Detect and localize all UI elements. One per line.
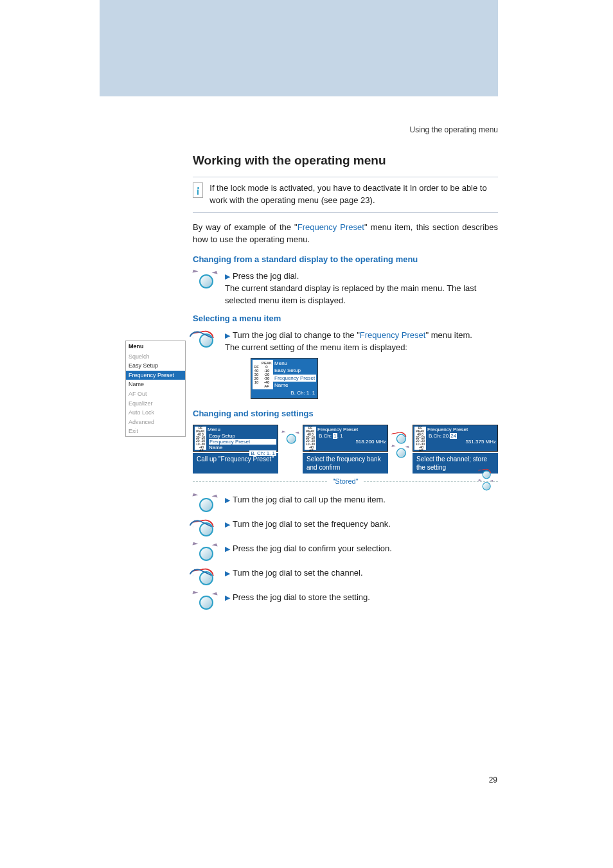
lcd-preview: RF40302010 PEAK0-10-20-30-40AF Menu Easy… <box>251 358 318 399</box>
jog-dial-turn-icon <box>193 518 217 536</box>
frequency-preset-link: Frequency Preset <box>298 222 364 232</box>
flow-card-2: RF PEAK40 030 -1020 -2010 -30 -40 AF Fre… <box>303 425 388 474</box>
sidebar-item: Name <box>126 380 185 389</box>
text: The current standard display is replaced… <box>225 283 476 305</box>
sidebar-item: AF Out <box>126 389 185 399</box>
jog-dial-turn-icon <box>392 432 409 445</box>
jog-dial-turn-icon <box>193 567 217 585</box>
jog-dial-turn-icon <box>479 468 493 479</box>
sidebar-item: Squelch <box>126 352 185 362</box>
sidebar-item: Exit <box>126 427 185 436</box>
sidebar-item-selected: Frequency Preset <box>126 371 185 380</box>
text: Turn the jog dial to change to the " <box>233 330 360 340</box>
flow-caption: Select the frequency bank and confirm <box>303 453 388 474</box>
step-text: ▶Press the jog dial to confirm your sele… <box>225 543 392 555</box>
running-head: Using the operating menu <box>193 125 498 134</box>
step-text: ▶Turn the jog dial to call up the menu i… <box>225 494 386 506</box>
jog-dial-press-icon <box>193 270 217 288</box>
text: " menu item. <box>425 330 472 340</box>
step-text: ▶Press the jog dial to store the setting… <box>225 592 370 604</box>
bullet-icon: ▶ <box>225 569 230 577</box>
jog-dial-press-icon <box>193 494 217 512</box>
step-text: ▶Turn the jog dial to set the channel. <box>225 567 363 580</box>
jog-dial-turn-icon <box>193 330 217 348</box>
subheading: Selecting a menu item <box>193 314 498 323</box>
step-text: ▶Press the jog dial. The current standar… <box>225 270 498 307</box>
info-text: If the lock mode is activated, you have … <box>209 182 498 207</box>
subheading: Changing and storing settings <box>193 409 498 418</box>
sidebar-item: Equalizer <box>126 399 185 409</box>
text: Press the jog dial. <box>233 271 299 281</box>
step-text: ▶Turn the jog dial to set the frequency … <box>225 518 391 531</box>
text: By way of example of the " <box>193 222 298 232</box>
flow-arrow <box>392 429 409 461</box>
text: The current setting of the menu item is … <box>225 342 407 352</box>
lcd-line: Name <box>273 382 316 389</box>
jog-dial-press-icon <box>193 592 217 610</box>
stored-label: "Stored" <box>327 477 363 485</box>
sidebar-title: Menu <box>126 341 185 352</box>
flow-diagram: RF PEAK40 030 -1020 -2010 -30 -40 AF Men… <box>193 425 498 474</box>
frequency-preset-link: Frequency Preset <box>360 330 426 340</box>
lcd: RF PEAK40 030 -1020 -2010 -30 -40 AF Fre… <box>413 425 498 452</box>
sidebar-item: Advanced <box>126 418 185 427</box>
lcd-title: Menu <box>273 360 316 368</box>
info-box: If the lock mode is activated, you have … <box>193 177 498 213</box>
step-text: ▶Turn the jog dial to change to the "Fre… <box>225 330 498 403</box>
jog-dial-press-icon <box>392 446 409 459</box>
flow-arrow <box>282 429 299 447</box>
header-band <box>100 0 498 96</box>
bullet-icon: ▶ <box>225 496 230 504</box>
jog-dial-press-icon <box>193 543 217 561</box>
bullet-icon: ▶ <box>225 594 230 601</box>
lcd-line: Easy Setup <box>273 367 316 375</box>
sidebar-item: Auto Lock <box>126 408 185 418</box>
intro-paragraph: By way of example of the "Frequency Pres… <box>193 222 498 246</box>
lcd: RF PEAK40 030 -1020 -2010 -30 -40 AF Fre… <box>303 425 388 452</box>
flow-card-1: RF PEAK40 030 -1020 -2010 -30 -40 AF Men… <box>193 425 278 474</box>
bullet-icon: ▶ <box>225 545 230 553</box>
stored-feedback-row: "Stored" <box>193 477 498 485</box>
sidebar-item: Easy Setup <box>126 361 185 371</box>
bullet-icon: ▶ <box>225 520 230 528</box>
lcd-footer: B. Ch: 1. 1 <box>253 389 316 397</box>
bullet-icon: ▶ <box>225 332 230 339</box>
jog-dial-press-icon <box>282 432 299 445</box>
meter: PEAK0-10-20-30-40AF <box>260 360 273 389</box>
bullet-icon: ▶ <box>225 272 230 280</box>
lcd-line-selected: Frequency Preset <box>273 375 316 382</box>
subheading: Changing from a standard display to the … <box>193 254 498 264</box>
lcd: RF PEAK40 030 -1020 -2010 -30 -40 AF Men… <box>193 425 278 452</box>
section-heading: Working with the operating menu <box>193 154 498 168</box>
info-icon <box>193 182 203 198</box>
page-number: 29 <box>489 775 497 784</box>
sidebar-menu-figure: Menu Squelch Easy Setup Frequency Preset… <box>125 341 186 437</box>
meter: RF40302010 <box>253 360 260 389</box>
